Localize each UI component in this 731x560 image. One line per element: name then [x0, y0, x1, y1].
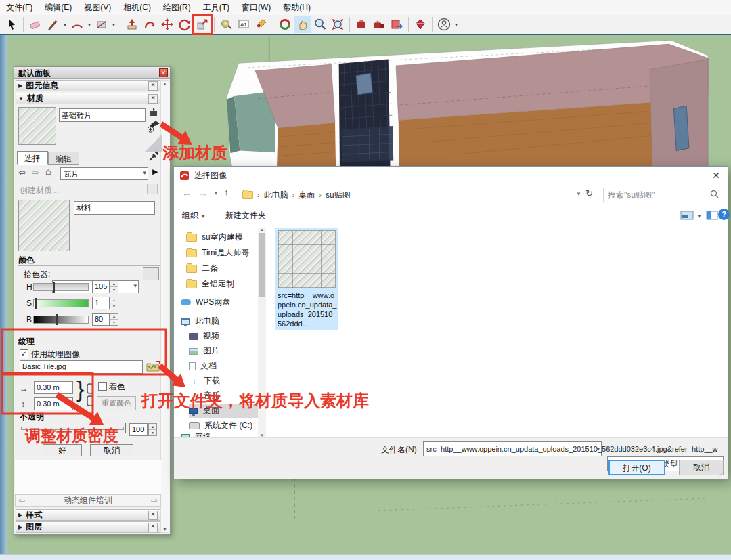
home-icon[interactable]: ⌂ — [45, 166, 51, 177]
select-tool-button[interactable] — [3, 16, 20, 33]
nav-history-dropdown-icon[interactable]: ▼ — [213, 190, 219, 196]
component-button[interactable] — [412, 16, 429, 33]
menu-tools[interactable]: 工具(T) — [197, 1, 236, 15]
text-tool-button[interactable]: A1 — [235, 16, 252, 33]
material-name-input[interactable]: 基础砖片 — [59, 108, 146, 122]
orbit-tool-button[interactable] — [276, 16, 294, 33]
tab-edit[interactable]: 编辑 — [48, 152, 79, 165]
follow-me-tool-button[interactable] — [141, 16, 158, 33]
secondary-pane-icon[interactable] — [148, 107, 159, 119]
footer-left-arrow-icon[interactable]: ⇦ — [18, 496, 25, 505]
opacity-spinner[interactable]: ▲▼ — [148, 423, 157, 436]
dialog-close-button[interactable]: ✕ — [705, 167, 728, 184]
s-value[interactable]: 1 — [92, 297, 110, 309]
add-material-icon[interactable] — [147, 120, 162, 135]
s-slider[interactable] — [33, 299, 89, 307]
texture-file-input[interactable]: Basic Tile.jpg — [20, 360, 143, 374]
tape-measure-tool-button[interactable] — [217, 16, 235, 33]
new-material-name-input[interactable]: 材料 — [74, 201, 155, 215]
arc-tool-button[interactable] — [68, 16, 86, 33]
b-spinner[interactable]: ▲▼ — [110, 313, 118, 326]
preview-pane-icon[interactable] — [706, 211, 718, 222]
sidebar-item-folder[interactable]: 二条 — [186, 261, 267, 276]
section-close-icon[interactable]: ✕ — [148, 523, 158, 532]
picker-swatch[interactable] — [143, 267, 159, 280]
scroll-down-icon[interactable]: ▼ — [161, 527, 169, 532]
sidebar-item-folder[interactable]: su室内建模 — [186, 230, 267, 244]
tab-select[interactable]: 选择 — [17, 151, 48, 165]
zoom-extents-tool-button[interactable] — [329, 16, 347, 33]
sidebar-item-wps[interactable]: WPS网盘 — [181, 295, 262, 309]
h-spinner[interactable]: ▲▼ — [110, 280, 118, 293]
footer-right-arrow-icon[interactable]: ⇨ — [151, 496, 158, 505]
push-pull-tool-button[interactable] — [123, 16, 141, 33]
colorize-checkbox[interactable] — [98, 382, 107, 391]
nav-forward-icon[interactable]: → — [198, 188, 208, 198]
line-tool-button[interactable] — [44, 16, 62, 33]
search-icon[interactable] — [710, 190, 719, 200]
h-slider[interactable] — [33, 283, 89, 291]
breadcrumb-desktop[interactable]: 桌面 — [298, 190, 315, 201]
refresh-icon[interactable]: ↻ — [585, 188, 593, 198]
pan-tool-button[interactable] — [294, 16, 311, 33]
view-mode-dropdown-icon[interactable]: ▼ — [696, 213, 702, 219]
menu-view[interactable]: 视图(V) — [78, 1, 117, 15]
move-tool-button[interactable] — [158, 16, 176, 33]
rectangle-tool-dropdown[interactable]: ▼ — [110, 16, 117, 33]
help-icon[interactable]: ? — [718, 209, 730, 220]
texture-height-input[interactable]: 0.30 m — [34, 397, 73, 410]
back-arrow-icon[interactable]: ⇦ — [18, 167, 26, 177]
open-button[interactable]: 打开(O) — [608, 460, 665, 475]
collection-dropdown[interactable]: 瓦片 — [60, 167, 148, 180]
eyedropper-icon[interactable] — [148, 151, 159, 164]
paint-bucket-tool-button[interactable] — [252, 16, 270, 33]
resize-grip[interactable]: ⋰ — [718, 471, 724, 477]
address-dropdown-icon[interactable]: ▼ — [576, 191, 581, 197]
reset-color-button[interactable]: 重置颜色 — [97, 396, 136, 410]
scroll-up-icon[interactable]: ▲ — [161, 81, 169, 86]
file-card-selected[interactable]: src=http__www.oppein.cn_updata_uploads_2… — [275, 228, 338, 330]
rotate-tool-button[interactable] — [176, 16, 194, 33]
opacity-value[interactable]: 100 — [129, 423, 148, 436]
sidebar-item-folder[interactable]: Timi是大帅哥 — [186, 246, 267, 260]
section-close-icon[interactable]: ✕ — [148, 511, 158, 520]
breadcrumb-this-pc[interactable]: 此电脑 — [264, 190, 288, 201]
account-dropdown[interactable]: ▼ — [453, 16, 460, 33]
b-value[interactable]: 80 — [92, 313, 110, 326]
menu-window[interactable]: 窗口(W) — [236, 1, 277, 15]
use-texture-checkbox[interactable]: ✓ — [20, 349, 28, 358]
texture-width-input[interactable]: 0.30 m — [34, 381, 73, 394]
organize-button[interactable]: 组织 ▼ — [182, 210, 206, 221]
create-material-button[interactable] — [147, 184, 158, 194]
section-close-icon[interactable]: ✕ — [148, 81, 158, 91]
zoom-tool-button[interactable] — [311, 16, 329, 33]
3d-warehouse-button[interactable] — [353, 16, 370, 33]
sidebar-item-folder[interactable]: 全铝定制 — [186, 277, 267, 291]
menu-help[interactable]: 帮助(H) — [277, 1, 317, 15]
nav-up-icon[interactable]: ↑ — [224, 187, 229, 197]
view-mode-icon[interactable] — [680, 211, 694, 222]
address-bar[interactable]: › 此电脑 › 桌面 › su贴图 — [238, 188, 573, 202]
section-close-icon[interactable]: ✕ — [148, 94, 158, 104]
panel-close-button[interactable]: ✕ — [159, 68, 168, 77]
section-materials[interactable]: ▼ 材质 ✕ — [16, 93, 160, 104]
eraser-tool-button[interactable] — [26, 16, 44, 33]
scroll-thumb[interactable] — [259, 233, 265, 297]
search-input[interactable]: 搜索"su贴图" — [603, 188, 722, 202]
browse-texture-icon[interactable] — [146, 360, 162, 375]
menu-draw[interactable]: 绘图(R) — [157, 1, 197, 15]
details-arrow-icon[interactable]: ▶ — [152, 167, 158, 176]
share-model-button[interactable] — [370, 16, 388, 33]
menu-camera[interactable]: 相机(C) — [117, 1, 157, 15]
rectangle-tool-button[interactable] — [93, 16, 110, 33]
line-tool-dropdown[interactable]: ▼ — [62, 16, 68, 33]
aspect-lock-icon[interactable] — [86, 383, 94, 410]
nav-back-icon[interactable]: ← — [182, 188, 192, 198]
h-value[interactable]: 105 — [92, 280, 110, 293]
forward-arrow-icon[interactable]: ⇨ — [32, 167, 39, 177]
account-button[interactable] — [435, 16, 453, 33]
section-layers[interactable]: ▶ 图层 ✕ — [16, 521, 160, 533]
scale-tool-button[interactable] — [194, 16, 211, 33]
menu-edit[interactable]: 编辑(E) — [39, 1, 78, 15]
new-folder-button[interactable]: 新建文件夹 — [225, 210, 266, 221]
